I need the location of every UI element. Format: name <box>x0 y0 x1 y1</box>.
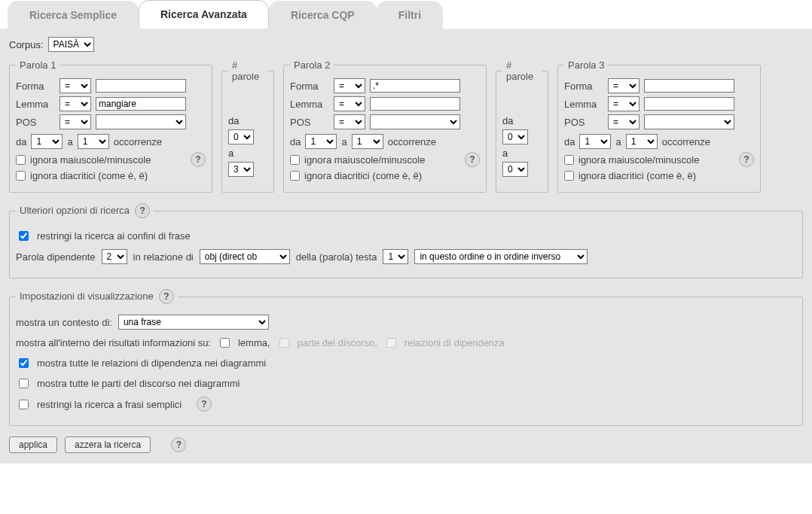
gap2-da-select[interactable]: 0 <box>502 129 528 144</box>
restrict-sentence-checkbox[interactable] <box>19 231 29 241</box>
word1-pos-select[interactable] <box>96 114 186 129</box>
display-legend: Impostazioni di visualizzazione ? <box>16 289 178 304</box>
word2-forma-input[interactable] <box>370 79 460 93</box>
word2-help-icon[interactable]: ? <box>465 152 480 167</box>
tab-advanced-search[interactable]: Ricerca Avanzata <box>139 0 269 29</box>
word1-pos-op[interactable]: = <box>60 114 91 129</box>
info-pos-checkbox[interactable] <box>279 338 289 348</box>
info-lemma-checkbox[interactable] <box>220 338 230 348</box>
gap1-da-select[interactable]: 0 <box>228 129 254 144</box>
word2-occ-da-select[interactable]: 1 <box>305 134 337 149</box>
word3-ignore-diacritics-label: ignora diacritici (come è, ë) <box>578 170 696 181</box>
info-intro-label: mostra all'interno dei risultati informa… <box>16 337 211 348</box>
word3-occ-a-label: a <box>615 136 621 148</box>
word2-ignore-diacritics-label: ignora diacritici (come è, ë) <box>304 170 422 181</box>
word1-pos-label: POS <box>16 117 55 128</box>
word1-ignore-case-label: ignora maiuscole/minuscole <box>30 154 151 166</box>
restrict-simple-help-icon[interactable]: ? <box>197 397 212 412</box>
word3-forma-op[interactable]: = <box>608 78 640 93</box>
options-fieldset: Ulteriori opzioni di ricerca ? restringi… <box>9 203 803 278</box>
gap1-a-select[interactable]: 3 <box>228 162 254 177</box>
restrict-simple-label: restringi la ricerca a frasi semplici <box>37 399 182 410</box>
word2-forma-op[interactable]: = <box>334 78 365 93</box>
context-select[interactable]: una frase <box>118 315 269 330</box>
tab-filters[interactable]: Filtri <box>377 1 443 29</box>
word1-help-icon[interactable]: ? <box>191 152 206 167</box>
word3-occ-a-select[interactable]: 1 <box>626 134 658 149</box>
word2-occ-a-select[interactable]: 1 <box>352 134 383 149</box>
word3-lemma-op[interactable]: = <box>608 96 640 111</box>
bottom-help-icon[interactable]: ? <box>171 437 186 452</box>
word2-pos-select[interactable] <box>370 114 460 129</box>
word1-ignore-diacritics-checkbox[interactable] <box>16 171 26 181</box>
word2-fieldset: Parola 2 Forma = Lemma = POS = da <box>283 59 487 193</box>
relation-label: in relazione di <box>133 251 194 263</box>
tab-cqp-search[interactable]: Ricerca CQP <box>269 1 377 29</box>
restrict-simple-checkbox[interactable] <box>19 400 29 409</box>
word3-occ-da-label: da <box>564 136 575 148</box>
word2-pos-op[interactable]: = <box>334 114 365 129</box>
word2-ignore-diacritics-checkbox[interactable] <box>290 171 300 181</box>
corpus-select[interactable]: PAISÀ <box>48 37 94 52</box>
gap1-fieldset: # parole da 0 a 3 <box>221 59 274 193</box>
dep-word-select[interactable]: 2 <box>102 249 127 264</box>
display-help-icon[interactable]: ? <box>159 289 174 304</box>
show-all-dep-checkbox[interactable] <box>19 358 29 368</box>
word3-forma-label: Forma <box>564 81 603 92</box>
word1-forma-input[interactable] <box>96 79 186 93</box>
word1-lemma-op[interactable]: = <box>60 96 91 111</box>
show-all-pos-checkbox[interactable] <box>19 379 29 388</box>
info-deprel-checkbox[interactable] <box>386 338 396 348</box>
restrict-sentence-label: restringi la ricerca ai confini di frase <box>37 230 191 242</box>
reset-button[interactable]: azzera la ricerca <box>65 436 151 453</box>
word3-help-icon[interactable]: ? <box>739 152 754 167</box>
gap2-legend: # parole <box>502 59 542 82</box>
word3-ignore-diacritics-checkbox[interactable] <box>564 171 574 181</box>
gap2-da-label: da <box>502 115 513 126</box>
word3-pos-select[interactable] <box>644 114 734 129</box>
info-deprel-label: relazioni di dipendenza <box>404 337 505 348</box>
word1-occ-a-select[interactable]: 1 <box>78 134 109 149</box>
relation-select[interactable]: obj (direct ob <box>200 249 290 264</box>
apply-button[interactable]: applica <box>9 436 57 453</box>
word1-occ-a-label: a <box>67 136 72 148</box>
word2-lemma-label: Lemma <box>290 99 329 110</box>
main-panel: Corpus: PAISÀ Parola 1 Forma = Lemma = P… <box>0 29 812 464</box>
tab-simple-search[interactable]: Ricerca Semplice <box>8 1 139 29</box>
word1-ignore-case-checkbox[interactable] <box>16 155 26 165</box>
context-label: mostra un contesto di: <box>16 317 112 328</box>
word2-lemma-op[interactable]: = <box>334 96 365 111</box>
head-label: della (parola) testa <box>296 251 377 263</box>
word3-ignore-case-checkbox[interactable] <box>564 155 574 165</box>
word1-ignore-diacritics-label: ignora diacritici (come è, ë) <box>30 170 148 181</box>
word1-occ-da-select[interactable]: 1 <box>31 134 63 149</box>
word2-ignore-case-checkbox[interactable] <box>290 155 300 165</box>
word3-lemma-input[interactable] <box>644 97 734 111</box>
gap2-a-select[interactable]: 0 <box>502 162 528 177</box>
word2-lemma-input[interactable] <box>370 97 460 111</box>
word2-occ-da-label: da <box>290 136 301 148</box>
word2-occ-label: occorrenze <box>388 136 436 148</box>
word1-occ-label: occorrenze <box>114 136 162 148</box>
word3-pos-label: POS <box>564 117 603 128</box>
word1-lemma-input[interactable] <box>96 97 186 111</box>
word3-pos-op[interactable]: = <box>608 114 640 129</box>
word3-lemma-label: Lemma <box>564 99 603 110</box>
word1-forma-op[interactable]: = <box>60 78 91 93</box>
options-legend: Ulteriori opzioni di ricerca ? <box>16 203 154 218</box>
word1-lemma-label: Lemma <box>16 99 55 110</box>
tabs-bar: Ricerca Semplice Ricerca Avanzata Ricerc… <box>0 0 812 29</box>
word3-fieldset: Parola 3 Forma = Lemma = POS = da <box>557 59 761 193</box>
show-all-pos-label: mostra tutte le parti del discorso nei d… <box>37 378 240 389</box>
options-help-icon[interactable]: ? <box>135 203 150 218</box>
word1-forma-label: Forma <box>16 81 55 92</box>
gap2-fieldset: # parole da 0 a 0 <box>496 59 548 193</box>
word3-occ-label: occorrenze <box>662 136 710 148</box>
gap1-da-label: da <box>228 115 239 126</box>
word3-occ-da-select[interactable]: 1 <box>579 134 611 149</box>
order-select[interactable]: in questo ordine o in ordine inverso <box>414 249 588 264</box>
gap1-a-label: a <box>228 148 234 159</box>
word3-forma-input[interactable] <box>644 79 734 93</box>
head-select[interactable]: 1 <box>383 249 408 264</box>
word2-forma-label: Forma <box>290 81 329 92</box>
